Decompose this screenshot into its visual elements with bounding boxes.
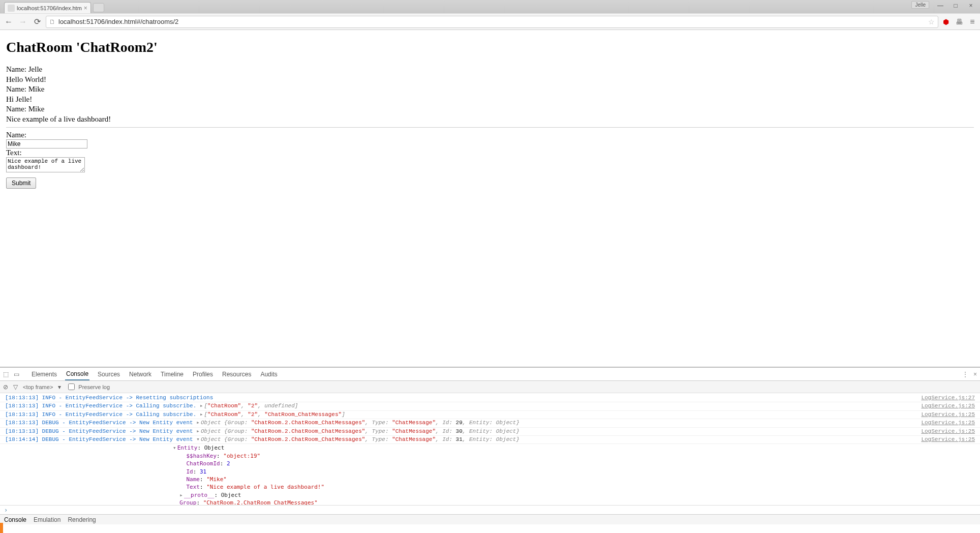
name-input[interactable] [6,139,87,149]
divider [6,127,974,128]
expanded-object[interactable]: ▾Entity: Object $$hashKey: "object:19" C… [0,444,980,505]
close-window-icon[interactable]: × [964,1,978,10]
filter-icon[interactable]: ▽ [13,383,18,391]
console-prompt[interactable]: › [0,505,980,514]
message-name: Name: Jelle [6,65,974,75]
tab-timeline[interactable]: Timeline [160,369,185,380]
devtools-close-icon[interactable]: × [973,371,977,378]
minimize-icon[interactable]: — [933,1,947,10]
console-log-line[interactable]: [18:13:13] DEBUG - EntityFeedService -> … [0,428,980,436]
devtools-tabs: ⬚ ▭ Elements Console Sources Network Tim… [0,368,980,381]
text-input[interactable] [6,157,85,172]
footer-accent [0,523,3,524]
bookmark-star-icon[interactable]: ☆ [928,18,935,26]
submit-button[interactable]: Submit [6,177,36,189]
tab-profiles[interactable]: Profiles [192,369,214,380]
preserve-log-checkbox[interactable]: Preserve log [66,382,110,392]
forward-button[interactable]: → [17,16,28,27]
console-log-line[interactable]: [18:13:13] INFO - EntityFeedService -> C… [0,402,980,410]
message-item: Name: Mike Hi Jelle! [6,84,974,104]
address-bar[interactable]: 🗋 localhost:51706/index.html#/chatrooms/… [46,16,938,28]
messages-list: Name: Jelle Hello World! Name: Mike Hi J… [6,65,974,124]
browser-tab[interactable]: localhost:51706/index.htm × [4,2,91,13]
tab-resources[interactable]: Resources [221,369,252,380]
tab-elements[interactable]: Elements [30,369,58,380]
devtools-footer: Console Emulation Rendering [0,514,980,524]
user-badge: Jelle [911,1,929,9]
page-viewport: ChatRoom 'ChatRoom2' Name: Jelle Hello W… [0,30,980,367]
console-filterbar: ⊘ ▽ <top frame> ▾ Preserve log [0,381,980,393]
message-text: Nice example of a live dashboard! [6,114,974,125]
devtools-settings-icon[interactable]: ⋮ [962,371,968,378]
close-icon[interactable]: × [84,5,87,12]
console-log-line[interactable]: [18:13:13] DEBUG - EntityFeedService -> … [0,419,980,427]
preserve-log-input[interactable] [68,383,75,390]
tab-title: localhost:51706/index.htm [17,5,82,11]
page-title: ChatRoom 'ChatRoom2' [6,39,974,55]
tab-audits[interactable]: Audits [259,369,278,380]
footer-tab-rendering[interactable]: Rendering [68,516,96,523]
log-source-link[interactable]: LogService.js:25 [911,411,975,419]
maximize-icon[interactable]: □ [948,1,963,10]
url-text: localhost:51706/index.html#/chatrooms/2 [58,18,925,25]
log-source-link[interactable]: LogService.js:25 [911,428,975,435]
footer-tab-emulation[interactable]: Emulation [34,516,60,523]
log-source-link[interactable]: LogService.js:25 [911,436,975,443]
message-text: Hello World! [6,75,974,85]
console-log-line[interactable]: [18:13:13] INFO - EntityFeedService -> C… [0,411,980,419]
log-source-link[interactable]: LogService.js:25 [911,419,975,427]
message-item: Name: Mike Nice example of a live dashbo… [6,104,974,124]
message-text: Hi Jelle! [6,95,974,105]
console-log-line[interactable]: [18:13:13] INFO - EntityFeedService -> R… [0,394,980,402]
extension-icon[interactable]: 🖶 [955,17,964,26]
message-item: Name: Jelle Hello World! [6,65,974,84]
reload-button[interactable]: ⟳ [32,16,43,27]
inspect-icon[interactable]: ⬚ [3,371,9,378]
devtools-panel: ⬚ ▭ Elements Console Sources Network Tim… [0,367,980,514]
console-output[interactable]: [18:13:13] INFO - EntityFeedService -> R… [0,393,980,505]
footer-tab-console[interactable]: Console [4,516,26,523]
chevron-down-icon[interactable]: ▾ [58,383,61,391]
tab-console[interactable]: Console [65,368,89,380]
frame-select[interactable]: <top frame> [23,384,53,390]
device-mode-icon[interactable]: ▭ [14,371,19,378]
clear-console-icon[interactable]: ⊘ [3,383,8,391]
file-icon: 🗋 [49,18,55,25]
message-name: Name: Mike [6,104,974,114]
new-tab-button[interactable] [93,3,104,12]
log-source-link[interactable]: LogService.js:25 [911,402,975,410]
log-source-link[interactable]: LogService.js:27 [911,394,975,402]
console-log-line[interactable]: [18:14:14] DEBUG - EntityFeedService -> … [0,436,980,444]
adblock-icon[interactable]: ⬢ [941,17,951,26]
tab-strip: localhost:51706/index.htm × Jelle — □ × [0,0,980,13]
tab-network[interactable]: Network [128,369,152,380]
chrome-menu-icon[interactable]: ≡ [968,17,977,26]
favicon-icon [8,5,15,12]
tab-sources[interactable]: Sources [97,369,121,380]
text-label: Text: [6,149,974,157]
message-name: Name: Mike [6,84,974,95]
back-button[interactable]: ← [3,16,14,27]
browser-toolbar: ← → ⟳ 🗋 localhost:51706/index.html#/chat… [0,13,980,29]
name-label: Name: [6,131,974,139]
